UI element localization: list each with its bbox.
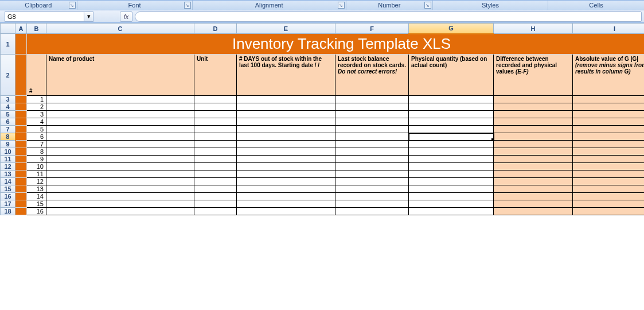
cell-D6[interactable] xyxy=(194,118,237,126)
row-header-13[interactable]: 13 xyxy=(1,170,15,178)
cell-H3[interactable] xyxy=(494,96,573,103)
header-name[interactable]: Name of product xyxy=(46,55,194,96)
row-header-3[interactable]: 3 xyxy=(1,96,15,103)
cell-A2[interactable] xyxy=(15,55,27,96)
cell-A18[interactable] xyxy=(15,208,27,215)
cell-I10[interactable] xyxy=(573,148,645,156)
cell-A10[interactable] xyxy=(15,148,27,156)
col-header-B[interactable]: B xyxy=(27,24,46,34)
cell-G11[interactable] xyxy=(409,156,494,163)
cell-H11[interactable] xyxy=(494,156,573,163)
dropdown-icon[interactable]: ▾ xyxy=(84,12,93,21)
dialog-launcher-icon[interactable]: ↘ xyxy=(69,2,76,9)
cell-C12[interactable] xyxy=(46,163,194,170)
cell-F14[interactable] xyxy=(335,178,409,185)
cell-H13[interactable] xyxy=(494,170,573,178)
row-header-11[interactable]: 11 xyxy=(1,156,15,163)
insert-function-button[interactable]: fx xyxy=(120,11,132,22)
cell-G7[interactable] xyxy=(409,126,494,133)
cell-D5[interactable] xyxy=(194,111,237,118)
cell-B16[interactable]: 14 xyxy=(27,193,46,200)
cell-F10[interactable] xyxy=(335,148,409,156)
cell-A11[interactable] xyxy=(15,156,27,163)
cell-E18[interactable] xyxy=(237,208,335,215)
cell-I13[interactable] xyxy=(573,170,645,178)
cell-B3[interactable]: 1 xyxy=(27,96,46,103)
cell-H12[interactable] xyxy=(494,163,573,170)
cell-B14[interactable]: 12 xyxy=(27,178,46,185)
cell-E3[interactable] xyxy=(237,96,335,103)
cell-H8[interactable] xyxy=(494,133,573,141)
dialog-launcher-icon[interactable]: ↘ xyxy=(184,2,191,9)
cell-A14[interactable] xyxy=(15,178,27,185)
cell-A17[interactable] xyxy=(15,200,27,208)
cell-D16[interactable] xyxy=(194,193,237,200)
col-header-F[interactable]: F xyxy=(335,24,409,34)
row-header-8[interactable]: 8 xyxy=(1,133,15,141)
title-cell[interactable]: Inventory Tracking Template XLS xyxy=(27,34,645,55)
cell-A9[interactable] xyxy=(15,141,27,148)
cell-E8[interactable] xyxy=(237,133,335,141)
cell-C15[interactable] xyxy=(46,185,194,193)
cell-C8[interactable] xyxy=(46,133,194,141)
cell-A1[interactable] xyxy=(15,34,27,55)
cell-A12[interactable] xyxy=(15,163,27,170)
cell-G16[interactable] xyxy=(409,193,494,200)
select-all-corner[interactable] xyxy=(1,24,15,34)
cell-H6[interactable] xyxy=(494,118,573,126)
col-header-C[interactable]: C xyxy=(46,24,194,34)
cell-E14[interactable] xyxy=(237,178,335,185)
cell-B6[interactable]: 4 xyxy=(27,118,46,126)
cell-C14[interactable] xyxy=(46,178,194,185)
header-abs[interactable]: Absolute value of G |G| (remove minus si… xyxy=(573,55,645,96)
row-header-14[interactable]: 14 xyxy=(1,178,15,185)
cell-H5[interactable] xyxy=(494,111,573,118)
cell-F7[interactable] xyxy=(335,126,409,133)
cell-D15[interactable] xyxy=(194,185,237,193)
cell-G9[interactable] xyxy=(409,141,494,148)
cell-F13[interactable] xyxy=(335,170,409,178)
cell-D17[interactable] xyxy=(194,200,237,208)
cell-I9[interactable] xyxy=(573,141,645,148)
cell-B11[interactable]: 9 xyxy=(27,156,46,163)
cell-F8[interactable] xyxy=(335,133,409,141)
col-header-H[interactable]: H xyxy=(494,24,573,34)
cell-E17[interactable] xyxy=(237,200,335,208)
cell-G13[interactable] xyxy=(409,170,494,178)
cell-H17[interactable] xyxy=(494,200,573,208)
cell-B18[interactable]: 16 xyxy=(27,208,46,215)
cell-B9[interactable]: 7 xyxy=(27,141,46,148)
cell-G8[interactable] xyxy=(409,133,494,141)
cell-F17[interactable] xyxy=(335,200,409,208)
cell-D10[interactable] xyxy=(194,148,237,156)
cell-I16[interactable] xyxy=(573,193,645,200)
cell-B7[interactable]: 5 xyxy=(27,126,46,133)
cell-F9[interactable] xyxy=(335,141,409,148)
formula-input[interactable] xyxy=(135,11,642,22)
dialog-launcher-icon[interactable]: ↘ xyxy=(338,2,345,9)
ribbon-group-cells[interactable]: Cells xyxy=(548,1,644,10)
cell-G10[interactable] xyxy=(409,148,494,156)
cell-F11[interactable] xyxy=(335,156,409,163)
cell-D8[interactable] xyxy=(194,133,237,141)
row-header-10[interactable]: 10 xyxy=(1,148,15,156)
cell-C5[interactable] xyxy=(46,111,194,118)
cell-C10[interactable] xyxy=(46,148,194,156)
cell-H7[interactable] xyxy=(494,126,573,133)
cell-E10[interactable] xyxy=(237,148,335,156)
cell-C17[interactable] xyxy=(46,200,194,208)
header-laststock[interactable]: Last stock balance recorded on stock car… xyxy=(335,55,409,96)
cell-G14[interactable] xyxy=(409,178,494,185)
cell-E16[interactable] xyxy=(237,193,335,200)
cell-B12[interactable]: 10 xyxy=(27,163,46,170)
cell-H15[interactable] xyxy=(494,185,573,193)
cell-D12[interactable] xyxy=(194,163,237,170)
cell-B4[interactable]: 2 xyxy=(27,103,46,111)
cell-A6[interactable] xyxy=(15,118,27,126)
header-phys[interactable]: Physical quantity (based on actual count… xyxy=(409,55,494,96)
cell-I12[interactable] xyxy=(573,163,645,170)
cell-F3[interactable] xyxy=(335,96,409,103)
cell-B13[interactable]: 11 xyxy=(27,170,46,178)
cell-B10[interactable]: 8 xyxy=(27,148,46,156)
cell-E7[interactable] xyxy=(237,126,335,133)
